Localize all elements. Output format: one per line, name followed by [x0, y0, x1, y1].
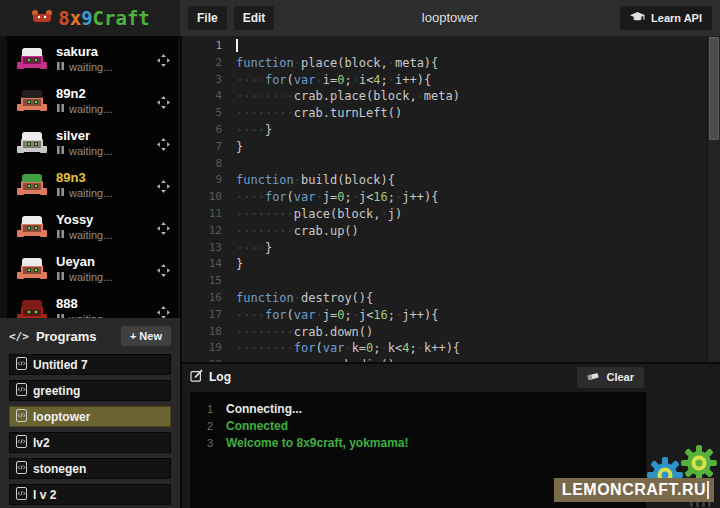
player-row[interactable]: silverwaiting...	[7, 122, 178, 164]
crab-avatar	[17, 132, 47, 154]
player-name: 888	[56, 297, 112, 311]
code-line[interactable]: 3····for(var·i=0;·i<4;·i++){	[182, 72, 720, 89]
code-line[interactable]: 12········crab.up()	[182, 223, 720, 240]
code-line[interactable]: 13····}	[182, 240, 720, 257]
line-number: 18	[182, 324, 236, 341]
code-line[interactable]: 10····for(var·j=0;·j<16;·j++){	[182, 189, 720, 206]
move-icon[interactable]	[157, 221, 170, 234]
log-line-text: Connecting...	[226, 402, 302, 416]
file-menu-button[interactable]: File	[188, 6, 227, 30]
code-line[interactable]: 18········crab.down()	[182, 324, 720, 341]
line-number: 8	[182, 156, 236, 173]
line-number: 12	[182, 223, 236, 240]
log-title: Log	[209, 370, 231, 384]
app-logo[interactable]: 8x9Craft	[30, 7, 150, 29]
player-info: Ueyanwaiting...	[56, 255, 112, 283]
code-line[interactable]: 16function·destroy(){	[182, 290, 720, 307]
code-line[interactable]: 1	[182, 38, 720, 55]
code-line[interactable]: 19········for(var·k=0;·k<4;·k++){	[182, 340, 720, 357]
code-line[interactable]: 9function·build(block){	[182, 172, 720, 189]
code-text: }	[236, 139, 243, 156]
line-number: 9	[182, 172, 236, 189]
code-editor[interactable]: 12function·place(block,·meta){3····for(v…	[180, 36, 720, 362]
program-item[interactable]: l v 2	[9, 484, 171, 505]
player-row[interactable]: sakurawaiting...	[7, 38, 178, 80]
code-line[interactable]: 5········crab.turnLeft()	[182, 105, 720, 122]
learn-api-button[interactable]: Learn API	[620, 6, 712, 30]
move-icon[interactable]	[157, 305, 170, 318]
log-line-number: 3	[190, 437, 226, 449]
program-item[interactable]: Untitled 7	[9, 354, 171, 375]
sidebar: sakurawaiting...89n2waiting...silverwait…	[0, 36, 180, 508]
move-icon[interactable]	[157, 53, 170, 66]
pause-icon	[56, 145, 65, 157]
line-number: 15	[182, 273, 236, 290]
program-label: stonegen	[33, 462, 86, 476]
code-text: ····for(var·i=0;·i<4;·i++){	[236, 72, 431, 89]
line-number: 5	[182, 105, 236, 122]
crab-avatar	[17, 216, 47, 238]
code-line[interactable]: 4········crab.place(block,·meta)	[182, 88, 720, 105]
code-line[interactable]: 15	[182, 273, 720, 290]
player-status: waiting...	[56, 187, 112, 199]
code-line[interactable]: 8	[182, 156, 720, 173]
line-number: 1	[182, 38, 236, 55]
player-name: Yossy	[56, 213, 112, 227]
program-item[interactable]: greeting	[9, 380, 171, 401]
status-text: waiting...	[69, 271, 112, 283]
program-file-icon	[16, 356, 27, 374]
player-status: waiting...	[56, 271, 112, 283]
move-icon[interactable]	[157, 95, 170, 108]
program-file-icon	[16, 434, 27, 452]
code-text	[236, 38, 238, 55]
move-icon[interactable]	[157, 263, 170, 276]
code-text: ········for(var·k=0;·k<4;·k++){	[236, 340, 460, 357]
watermark-caret	[707, 481, 709, 499]
program-label: l v 2	[33, 488, 56, 502]
code-line[interactable]: 17····for(var·j=0;·j<16;·j++){	[182, 307, 720, 324]
player-info: 888waiting...	[56, 297, 112, 318]
logo-text: 8x9Craft	[58, 7, 150, 29]
program-item[interactable]: lv2	[9, 432, 171, 453]
program-item[interactable]: stonegen	[9, 458, 171, 479]
code-text: ····}	[236, 122, 272, 139]
code-text: ····for(var·j=0;·j<16;·j++){	[236, 189, 438, 206]
program-list: Untitled 7greetinglooptowerlv2stonegenl …	[9, 354, 171, 505]
program-item-selected[interactable]: looptower	[9, 406, 171, 427]
player-row[interactable]: Ueyanwaiting...	[7, 248, 178, 290]
player-info: 89n2waiting...	[56, 87, 112, 115]
player-name: 89n2	[56, 87, 112, 101]
code-line[interactable]: 7}	[182, 139, 720, 156]
line-number: 13	[182, 240, 236, 257]
edit-menu-button[interactable]: Edit	[234, 6, 275, 30]
clear-log-button[interactable]: Clear	[577, 367, 644, 388]
code-text: ········crab.down()	[236, 324, 373, 341]
code-text: function·build(block){	[236, 172, 395, 189]
player-row[interactable]: 888waiting...	[7, 290, 178, 318]
menu-bar: File Edit looptower Learn API	[180, 0, 720, 36]
code-text: function·place(block,·meta){	[236, 55, 438, 72]
code-line[interactable]: 2function·place(block,·meta){	[182, 55, 720, 72]
line-number: 2	[182, 55, 236, 72]
code-line[interactable]: 6····}	[182, 122, 720, 139]
log-line: 2Connected	[190, 417, 646, 434]
move-icon[interactable]	[157, 137, 170, 150]
watermark-banner: LEMONCRAFT.RU	[554, 478, 714, 502]
log-line-number: 1	[190, 403, 226, 415]
editor-scrollbar-thumb[interactable]	[709, 37, 719, 140]
new-program-button[interactable]: + New	[121, 326, 171, 346]
player-name: 89n3	[56, 171, 112, 185]
code-icon: </>	[9, 330, 29, 343]
logo-part: 9	[81, 7, 92, 29]
code-line[interactable]: 11········place(block,·j)	[182, 206, 720, 223]
move-icon[interactable]	[157, 179, 170, 192]
player-row[interactable]: 89n3waiting...	[7, 164, 178, 206]
player-row[interactable]: 89n2waiting...	[7, 80, 178, 122]
player-row[interactable]: Yossywaiting...	[7, 206, 178, 248]
line-number: 3	[182, 72, 236, 89]
code-line[interactable]: 14}	[182, 256, 720, 273]
log-line: 1Connecting...	[190, 400, 646, 417]
editor-scrollbar[interactable]	[707, 36, 720, 362]
learn-api-label: Learn API	[651, 12, 702, 24]
logo-bar: 8x9Craft	[0, 0, 180, 36]
